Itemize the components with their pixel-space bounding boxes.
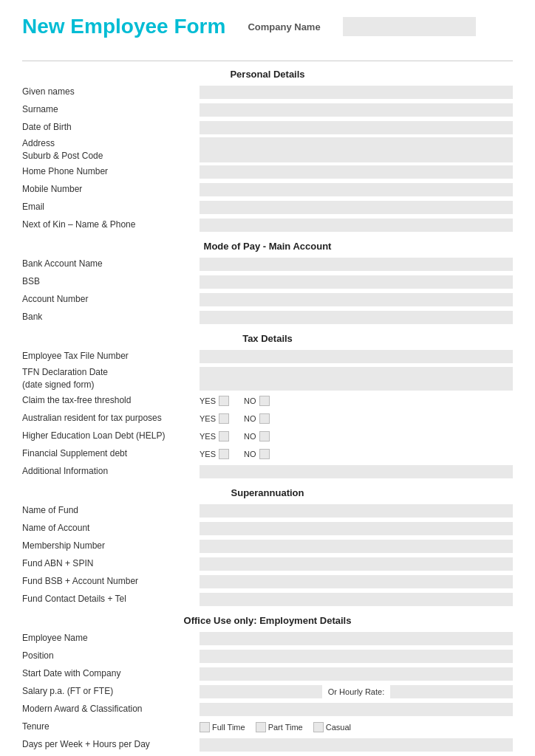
parttime-label: Part Time bbox=[268, 723, 303, 732]
help-yes-checkbox[interactable] bbox=[219, 431, 229, 441]
mobile-input[interactable] bbox=[200, 183, 513, 196]
aus-resident-no-checkbox[interactable] bbox=[259, 413, 270, 424]
home-phone-input[interactable] bbox=[200, 165, 513, 179]
tax-free-yes-checkbox[interactable] bbox=[219, 396, 229, 406]
help-yn: YES NO bbox=[200, 431, 284, 441]
tenure-row: Tenure Full Time Part Time Casual bbox=[22, 719, 513, 735]
modern-award-input[interactable] bbox=[200, 703, 513, 716]
tax-additional-input[interactable] bbox=[200, 465, 513, 478]
mobile-label: Mobile Number bbox=[22, 184, 200, 196]
tax-additional-row: Additional Information bbox=[22, 464, 513, 480]
fund-bsb-row: Fund BSB + Account Number bbox=[22, 574, 513, 590]
aus-resident-yes-checkbox[interactable] bbox=[219, 413, 229, 424]
tfn-declaration-label: TFN Declaration Date(date signed form) bbox=[22, 366, 200, 391]
address-input[interactable] bbox=[200, 137, 513, 162]
aus-resident-yes-label: YES bbox=[200, 414, 216, 423]
personal-details-header: Personal Details bbox=[22, 69, 513, 80]
fulltime-label: Full Time bbox=[212, 723, 245, 732]
fulltime-checkbox[interactable] bbox=[200, 722, 210, 732]
tax-free-yn: YES NO bbox=[200, 396, 284, 406]
account-number-row: Account Number bbox=[22, 292, 513, 308]
fund-name-input[interactable] bbox=[200, 504, 513, 518]
account-name-row: Name of Account bbox=[22, 520, 513, 537]
help-no-group: NO bbox=[244, 431, 270, 441]
position-input[interactable] bbox=[200, 650, 513, 663]
salary-row: Salary p.a. (FT or FTE) Or Hourly Rate: bbox=[22, 684, 513, 700]
account-number-label: Account Number bbox=[22, 294, 200, 306]
financial-supplement-yes-checkbox[interactable] bbox=[219, 449, 229, 459]
fund-contact-input[interactable] bbox=[200, 593, 513, 606]
fund-bsb-label: Fund BSB + Account Number bbox=[22, 576, 200, 588]
given-names-input[interactable] bbox=[200, 86, 513, 99]
tax-free-yes-group: YES bbox=[200, 396, 229, 406]
help-no-checkbox[interactable] bbox=[259, 431, 270, 441]
position-label: Position bbox=[22, 650, 200, 662]
days-per-week-row: Days per Week + Hours per Day bbox=[22, 737, 513, 753]
parttime-option: Part Time bbox=[256, 722, 303, 732]
home-phone-row: Home Phone Number bbox=[22, 164, 513, 180]
help-yes-label: YES bbox=[200, 432, 216, 441]
company-name-input[interactable] bbox=[343, 17, 476, 36]
membership-number-input[interactable] bbox=[200, 540, 513, 553]
account-number-input[interactable] bbox=[200, 293, 513, 306]
surname-label: Surname bbox=[22, 104, 200, 116]
hourly-rate-input[interactable] bbox=[390, 685, 513, 698]
financial-supplement-label: Financial Supplement debt bbox=[22, 448, 200, 460]
dob-input[interactable] bbox=[200, 121, 513, 134]
days-per-week-input[interactable] bbox=[200, 738, 513, 752]
parttime-checkbox[interactable] bbox=[256, 722, 266, 732]
tax-file-number-row: Employee Tax File Number bbox=[22, 348, 513, 365]
employee-name-input[interactable] bbox=[200, 632, 513, 645]
email-label: Email bbox=[22, 202, 200, 213]
company-name-label: Company Name bbox=[248, 21, 320, 32]
bsb-label: BSB bbox=[22, 276, 200, 288]
financial-supplement-row: Financial Supplement debt YES NO bbox=[22, 446, 513, 462]
tax-details-header: Tax Details bbox=[22, 333, 513, 344]
tax-free-no-label: NO bbox=[244, 396, 256, 405]
bsb-input[interactable] bbox=[200, 275, 513, 289]
bank-input[interactable] bbox=[200, 311, 513, 324]
membership-number-row: Membership Number bbox=[22, 538, 513, 554]
tax-free-no-group: NO bbox=[244, 396, 270, 406]
tax-file-number-input[interactable] bbox=[200, 350, 513, 363]
financial-supplement-no-checkbox[interactable] bbox=[259, 449, 270, 459]
employment-details-label: Employment Details bbox=[259, 615, 351, 626]
mobile-row: Mobile Number bbox=[22, 182, 513, 198]
email-input[interactable] bbox=[200, 201, 513, 214]
bank-account-name-row: Bank Account Name bbox=[22, 256, 513, 272]
casual-checkbox[interactable] bbox=[313, 722, 324, 732]
days-per-week-label: Days per Week + Hours per Day bbox=[22, 739, 200, 751]
tax-free-yes-label: YES bbox=[200, 396, 216, 405]
fund-abn-row: Fund ABN + SPIN bbox=[22, 556, 513, 572]
financial-supplement-yes-label: YES bbox=[200, 450, 216, 458]
start-date-input[interactable] bbox=[200, 667, 513, 681]
aus-resident-no-group: NO bbox=[244, 413, 270, 424]
salary-input[interactable] bbox=[200, 685, 322, 698]
aus-resident-label: Australian resident for tax purposes bbox=[22, 413, 200, 425]
casual-option: Casual bbox=[313, 722, 351, 732]
bank-account-name-input[interactable] bbox=[200, 258, 513, 271]
financial-supplement-yn: YES NO bbox=[200, 449, 284, 459]
employment-details-header: Office Use only: Employment Details bbox=[22, 615, 513, 626]
surname-input[interactable] bbox=[200, 103, 513, 117]
tax-free-no-checkbox[interactable] bbox=[259, 396, 270, 406]
fulltime-option: Full Time bbox=[200, 722, 245, 732]
tfn-declaration-input[interactable] bbox=[200, 367, 513, 391]
next-of-kin-input[interactable] bbox=[200, 219, 513, 232]
fund-abn-input[interactable] bbox=[200, 557, 513, 571]
employee-name-label: Employee Name bbox=[22, 633, 200, 645]
bank-label: Bank bbox=[22, 312, 200, 323]
bank-account-name-label: Bank Account Name bbox=[22, 258, 200, 270]
next-of-kin-row: Next of Kin – Name & Phone bbox=[22, 217, 513, 233]
account-name-input[interactable] bbox=[200, 522, 513, 535]
home-phone-label: Home Phone Number bbox=[22, 166, 200, 178]
bank-row: Bank bbox=[22, 309, 513, 326]
form-title: New Employee Form bbox=[22, 15, 225, 38]
start-date-row: Start Date with Company bbox=[22, 666, 513, 682]
fund-bsb-input[interactable] bbox=[200, 575, 513, 588]
start-date-label: Start Date with Company bbox=[22, 668, 200, 680]
fund-name-label: Name of Fund bbox=[22, 505, 200, 517]
bsb-row: BSB bbox=[22, 274, 513, 290]
tenure-options: Full Time Part Time Casual bbox=[200, 722, 351, 732]
financial-supplement-no-label: NO bbox=[244, 450, 256, 458]
